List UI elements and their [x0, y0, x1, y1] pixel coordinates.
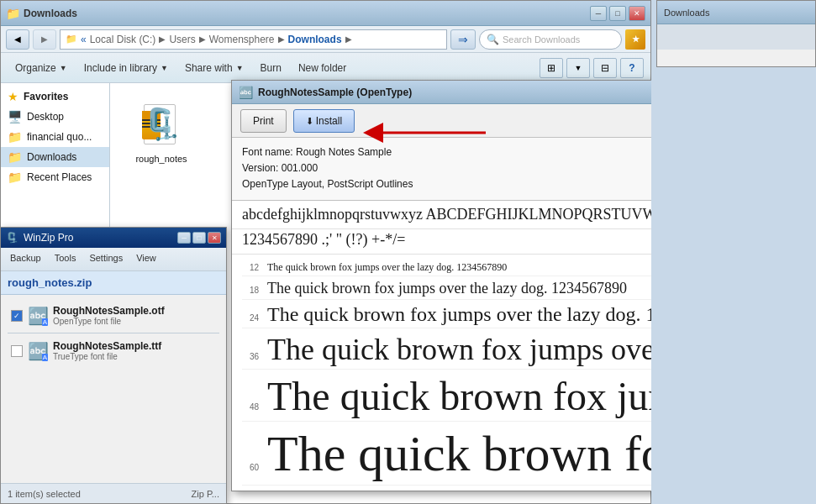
sidebar-financial-label: financial quo... — [27, 131, 92, 143]
path-part-1: « — [81, 34, 87, 45]
zip-file-row-1[interactable]: 🔤 A RoughNotesSample.ttf TrueType font f… — [8, 337, 219, 365]
preview-text-48: The quick brown fox jumps — [267, 373, 715, 419]
winzip-view-btn[interactable]: View — [130, 250, 162, 269]
view-button-2[interactable]: ⊟ — [593, 58, 617, 78]
new-folder-label: New folder — [298, 62, 346, 74]
winzip-backup-btn[interactable]: Backup — [4, 250, 47, 269]
zip-checkbox-1[interactable] — [11, 345, 23, 357]
zip-row-1-name: RoughNotesSample.ttf — [53, 340, 161, 352]
winzip-maximize[interactable]: □ — [192, 232, 206, 244]
desktop-folder-icon: 🖥️ — [8, 110, 22, 123]
zip-row-0-type: OpenType font file — [53, 317, 165, 326]
minimize-button[interactable]: ─ — [590, 6, 607, 21]
path-separator-0: Local Disk (C:) — [90, 34, 156, 45]
right-window: Downloads — [656, 0, 816, 67]
maximize-button[interactable]: □ — [609, 6, 626, 21]
title-bar: 📁 Downloads ─ □ ✕ — [1, 1, 650, 26]
font-name-value: Rough Notes Sample — [296, 146, 392, 158]
preview-size-24: 24 — [242, 313, 259, 323]
search-placeholder: Search Downloads — [503, 34, 580, 45]
zip-row-1-info: RoughNotesSample.ttf TrueType font file — [53, 340, 161, 361]
right-window-title: Downloads — [664, 8, 709, 18]
organize-label: Organize — [15, 62, 56, 74]
sidebar-item-desktop[interactable]: 🖥️ Desktop — [1, 107, 109, 127]
path-arrow-2: ▶ — [199, 34, 206, 44]
search-box[interactable]: 🔍 Search Downloads — [479, 29, 622, 50]
burn-button[interactable]: Burn — [253, 56, 289, 80]
share-with-dropdown-icon: ▼ — [236, 64, 244, 72]
font-type-value: OpenType Layout, PostScript Outlines — [242, 178, 413, 190]
view-button-1[interactable]: ⊞ — [540, 58, 563, 78]
financial-folder-icon: 📁 — [8, 130, 22, 144]
sidebar-desktop-label: Desktop — [27, 111, 64, 123]
go-button[interactable]: ⇒ — [450, 29, 476, 50]
file-item-rough-notes[interactable]: 🗜️ rough_notes — [124, 97, 199, 167]
path-part-users: Users — [169, 34, 195, 45]
path-arrow-1: ▶ — [159, 34, 166, 44]
print-button[interactable]: Print — [240, 109, 287, 133]
path-part-womensphere: Womensphere — [209, 34, 275, 45]
preview-size-18: 18 — [242, 286, 259, 295]
font-version-label: Version: — [242, 162, 278, 174]
zip-file-row-0[interactable]: ✓ 🔤 A RoughNotesSample.otf OpenType font… — [8, 302, 219, 329]
sidebar-item-downloads[interactable]: 📁 Downloads — [1, 147, 109, 167]
sidebar-recent-label: Recent Places — [27, 171, 92, 183]
zip-checkbox-0[interactable]: ✓ — [11, 310, 23, 322]
view-dropdown-button[interactable]: ▼ — [566, 58, 590, 78]
include-library-dropdown-icon: ▼ — [161, 64, 168, 72]
sidebar-item-recent[interactable]: 📁 Recent Places — [1, 167, 109, 187]
path-arrow-3: ▶ — [278, 34, 285, 44]
preview-size-60: 60 — [242, 463, 259, 472]
install-icon: ⬇ — [306, 116, 316, 126]
organize-button[interactable]: Organize ▼ — [8, 56, 75, 80]
favorites-label: Favorites — [24, 91, 68, 102]
address-path[interactable]: 📁 « Local Disk (C:) ▶ Users ▶ Womenspher… — [60, 29, 447, 50]
close-button[interactable]: ✕ — [629, 6, 645, 21]
sidebar-item-financial[interactable]: 📁 financial quo... — [1, 127, 109, 147]
include-library-button[interactable]: Include in library ▼ — [76, 56, 176, 80]
otf-file-icon: 🔤 A — [28, 306, 48, 326]
winzip-status: 1 item(s) selected Zip P... — [1, 483, 226, 503]
winzip-status-right: Zip P... — [192, 489, 219, 499]
winzip-icon: 🗜️ — [6, 232, 18, 244]
winzip-content: ✓ 🔤 A RoughNotesSample.otf OpenType font… — [1, 295, 226, 483]
font-title-icon: 🔤 — [239, 86, 253, 99]
right-window-titlebar: Downloads — [657, 1, 815, 24]
title-bar-controls: ─ □ ✕ — [590, 6, 645, 21]
toolbar-right: ⊞ ▼ ⊟ ? — [540, 58, 644, 78]
file-name-label: rough_notes — [135, 154, 187, 164]
winzip-zip-title-bar: rough_notes.zip — [1, 271, 226, 295]
font-title-text: RoughNotesSample (OpenType) — [258, 87, 412, 98]
back-button[interactable]: ◀ — [6, 29, 29, 50]
preview-size-36: 36 — [242, 352, 259, 361]
winzip-settings-btn[interactable]: Settings — [83, 250, 129, 269]
zip-file-icon: 🗜️ — [136, 100, 187, 150]
winzip-close[interactable]: ✕ — [208, 232, 221, 244]
recent-folder-icon: 📁 — [8, 171, 22, 184]
downloads-folder-icon: 📁 — [8, 150, 22, 164]
search-icon: 🔍 — [487, 34, 499, 45]
star-button[interactable]: ★ — [625, 29, 645, 50]
forward-button[interactable]: ▶ — [33, 29, 56, 50]
new-folder-button[interactable]: New folder — [291, 56, 354, 80]
winzip-toolbar: Backup Tools Settings View — [1, 248, 226, 271]
winzip-window: 🗜️ WinZip Pro ─ □ ✕ Backup Tools Setting… — [0, 227, 227, 504]
help-button[interactable]: ? — [620, 58, 644, 78]
install-button[interactable]: ⬇ Install — [293, 109, 355, 133]
preview-text-12: The quick brown fox jumps over the lazy … — [267, 261, 507, 274]
font-version-value: 001.000 — [282, 162, 318, 174]
favorites-star-icon: ★ — [8, 90, 18, 103]
share-with-button[interactable]: Share with ▼ — [177, 56, 251, 80]
right-window-toolbar — [657, 24, 815, 50]
folder-small-icon: 📁 — [66, 34, 77, 45]
window-title: Downloads — [24, 8, 77, 19]
winzip-titlebar: 🗜️ WinZip Pro ─ □ ✕ — [1, 228, 226, 248]
winzip-tools-btn[interactable]: Tools — [49, 250, 82, 269]
sidebar-favorites-header: ★ Favorites — [1, 87, 109, 107]
winzip-minimize[interactable]: ─ — [177, 232, 191, 244]
path-part-downloads: Downloads — [288, 34, 342, 45]
right-panel: Downloads — [651, 0, 816, 504]
preview-text-18: The quick brown fox jumps over the lazy … — [267, 280, 627, 297]
address-bar: ◀ ▶ 📁 « Local Disk (C:) ▶ Users ▶ Womens… — [1, 26, 650, 53]
zip-row-0-name: RoughNotesSample.otf — [53, 305, 165, 317]
